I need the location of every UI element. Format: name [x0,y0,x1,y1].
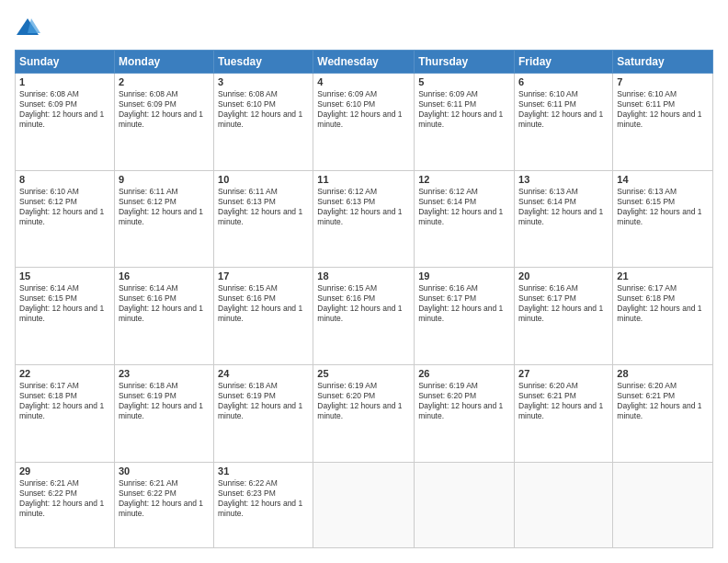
calendar-cell: 6 Sunrise: 6:10 AMSunset: 6:11 PMDayligh… [515,74,613,171]
cell-text: Sunrise: 6:10 AMSunset: 6:11 PMDaylight:… [518,89,609,130]
day-number: 29 [19,465,110,477]
calendar-cell: 17 Sunrise: 6:15 AMSunset: 6:16 PMDaylig… [214,268,313,365]
day-number: 30 [119,465,210,477]
cell-text: Sunrise: 6:09 AMSunset: 6:11 PMDaylight:… [418,89,510,130]
day-number: 18 [317,270,410,282]
day-number: 9 [119,174,210,185]
cell-text: Sunrise: 6:15 AMSunset: 6:16 PMDaylight:… [317,283,410,324]
day-number: 20 [518,270,609,282]
calendar-cell: 13 Sunrise: 6:13 AMSunset: 6:14 PMDaylig… [515,170,613,268]
cell-text: Sunrise: 6:11 AMSunset: 6:13 PMDaylight:… [218,187,309,227]
calendar-header-saturday: Saturday [613,51,713,74]
calendar-cell: 1 Sunrise: 6:08 AMSunset: 6:09 PMDayligh… [16,74,115,171]
calendar-cell: 18 Sunrise: 6:15 AMSunset: 6:16 PMDaylig… [313,268,415,365]
logo [15,15,42,40]
calendar-cell: 10 Sunrise: 6:11 AMSunset: 6:13 PMDaylig… [214,170,313,268]
calendar-cell: 15 Sunrise: 6:14 AMSunset: 6:15 PMDaylig… [16,268,115,365]
day-number: 21 [617,270,709,282]
day-number: 15 [19,270,110,282]
cell-text: Sunrise: 6:13 AMSunset: 6:15 PMDaylight:… [617,187,709,227]
calendar-cell: 27 Sunrise: 6:20 AMSunset: 6:21 PMDaylig… [515,365,613,463]
cell-text: Sunrise: 6:10 AMSunset: 6:12 PMDaylight:… [19,187,110,227]
calendar-cell: 24 Sunrise: 6:18 AMSunset: 6:19 PMDaylig… [214,365,313,463]
calendar-cell: 5 Sunrise: 6:09 AMSunset: 6:11 PMDayligh… [415,74,515,171]
calendar-cell: 25 Sunrise: 6:19 AMSunset: 6:20 PMDaylig… [313,365,415,463]
cell-text: Sunrise: 6:08 AMSunset: 6:09 PMDaylight:… [19,89,110,130]
cell-text: Sunrise: 6:10 AMSunset: 6:11 PMDaylight:… [617,89,709,130]
cell-text: Sunrise: 6:14 AMSunset: 6:15 PMDaylight:… [19,283,110,324]
cell-text: Sunrise: 6:17 AMSunset: 6:18 PMDaylight:… [19,381,110,421]
calendar-cell: 21 Sunrise: 6:17 AMSunset: 6:18 PMDaylig… [613,268,713,365]
cell-text: Sunrise: 6:19 AMSunset: 6:20 PMDaylight:… [418,381,510,421]
day-number: 1 [19,76,110,87]
cell-text: Sunrise: 6:15 AMSunset: 6:16 PMDaylight:… [218,283,309,324]
calendar-cell: 28 Sunrise: 6:20 AMSunset: 6:21 PMDaylig… [613,365,713,463]
cell-text: Sunrise: 6:14 AMSunset: 6:16 PMDaylight:… [119,283,210,324]
cell-text: Sunrise: 6:08 AMSunset: 6:09 PMDaylight:… [119,89,210,130]
calendar-cell: 8 Sunrise: 6:10 AMSunset: 6:12 PMDayligh… [16,170,115,268]
svg-marker-1 [28,18,40,33]
calendar-cell: 30 Sunrise: 6:21 AMSunset: 6:22 PMDaylig… [114,462,213,547]
cell-text: Sunrise: 6:19 AMSunset: 6:20 PMDaylight:… [317,381,410,421]
cell-text: Sunrise: 6:13 AMSunset: 6:14 PMDaylight:… [518,187,609,227]
day-number: 31 [218,465,309,477]
calendar-cell: 16 Sunrise: 6:14 AMSunset: 6:16 PMDaylig… [114,268,213,365]
cell-text: Sunrise: 6:11 AMSunset: 6:12 PMDaylight:… [119,187,210,227]
day-number: 25 [317,368,410,379]
day-number: 14 [617,174,709,185]
day-number: 11 [317,174,410,185]
cell-text: Sunrise: 6:21 AMSunset: 6:22 PMDaylight:… [19,478,110,519]
calendar-cell: 29 Sunrise: 6:21 AMSunset: 6:22 PMDaylig… [16,462,115,547]
cell-text: Sunrise: 6:20 AMSunset: 6:21 PMDaylight:… [518,381,609,421]
day-number: 28 [617,368,709,379]
calendar-cell: 12 Sunrise: 6:12 AMSunset: 6:14 PMDaylig… [415,170,515,268]
calendar-header-monday: Monday [114,51,213,74]
header [15,15,713,40]
calendar-week-3: 15 Sunrise: 6:14 AMSunset: 6:15 PMDaylig… [16,268,713,365]
day-number: 19 [418,270,510,282]
calendar-header-thursday: Thursday [415,51,515,74]
calendar-cell: 23 Sunrise: 6:18 AMSunset: 6:19 PMDaylig… [114,365,213,463]
calendar-week-4: 22 Sunrise: 6:17 AMSunset: 6:18 PMDaylig… [16,365,713,463]
logo-icon [15,15,40,40]
cell-text: Sunrise: 6:21 AMSunset: 6:22 PMDaylight:… [119,478,210,519]
cell-text: Sunrise: 6:09 AMSunset: 6:10 PMDaylight:… [317,89,410,130]
cell-text: Sunrise: 6:17 AMSunset: 6:18 PMDaylight:… [617,283,709,324]
calendar-cell: 22 Sunrise: 6:17 AMSunset: 6:18 PMDaylig… [16,365,115,463]
calendar-header-friday: Friday [515,51,613,74]
calendar-header-wednesday: Wednesday [313,51,415,74]
day-number: 22 [19,368,110,379]
calendar-cell: 19 Sunrise: 6:16 AMSunset: 6:17 PMDaylig… [415,268,515,365]
calendar-table: SundayMondayTuesdayWednesdayThursdayFrid… [15,50,713,548]
calendar-cell [515,462,613,547]
calendar-cell: 20 Sunrise: 6:16 AMSunset: 6:17 PMDaylig… [515,268,613,365]
calendar-cell [415,462,515,547]
day-number: 10 [218,174,309,185]
calendar-header-sunday: Sunday [16,51,115,74]
cell-text: Sunrise: 6:18 AMSunset: 6:19 PMDaylight:… [119,381,210,421]
calendar-week-2: 8 Sunrise: 6:10 AMSunset: 6:12 PMDayligh… [16,170,713,268]
day-number: 3 [218,76,309,87]
day-number: 26 [418,368,510,379]
day-number: 7 [617,76,709,87]
day-number: 6 [518,76,609,87]
calendar-header-tuesday: Tuesday [214,51,313,74]
calendar-cell [313,462,415,547]
cell-text: Sunrise: 6:20 AMSunset: 6:21 PMDaylight:… [617,381,709,421]
cell-text: Sunrise: 6:12 AMSunset: 6:13 PMDaylight:… [317,187,410,227]
day-number: 23 [119,368,210,379]
cell-text: Sunrise: 6:16 AMSunset: 6:17 PMDaylight:… [418,283,510,324]
cell-text: Sunrise: 6:18 AMSunset: 6:19 PMDaylight:… [218,381,309,421]
cell-text: Sunrise: 6:12 AMSunset: 6:14 PMDaylight:… [418,187,510,227]
calendar-week-5: 29 Sunrise: 6:21 AMSunset: 6:22 PMDaylig… [16,462,713,547]
day-number: 4 [317,76,410,87]
cell-text: Sunrise: 6:22 AMSunset: 6:23 PMDaylight:… [218,478,309,519]
day-number: 12 [418,174,510,185]
calendar-week-1: 1 Sunrise: 6:08 AMSunset: 6:09 PMDayligh… [16,74,713,171]
day-number: 5 [418,76,510,87]
cell-text: Sunrise: 6:08 AMSunset: 6:10 PMDaylight:… [218,89,309,130]
calendar-cell: 26 Sunrise: 6:19 AMSunset: 6:20 PMDaylig… [415,365,515,463]
calendar-cell: 2 Sunrise: 6:08 AMSunset: 6:09 PMDayligh… [114,74,213,171]
calendar-cell: 3 Sunrise: 6:08 AMSunset: 6:10 PMDayligh… [214,74,313,171]
cell-text: Sunrise: 6:16 AMSunset: 6:17 PMDaylight:… [518,283,609,324]
